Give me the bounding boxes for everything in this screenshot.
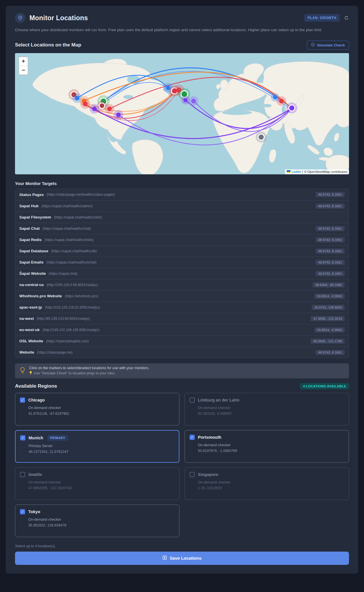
target-coords-badge: 48.9742, 8.1851	[316, 226, 345, 231]
target-row: Sapat Hub (https://sapat.chat/healthz/ad…	[15, 200, 349, 212]
location-marker[interactable]	[100, 103, 104, 108]
region-card[interactable]: Munich PRIMARY Primary Server 48.1371541…	[15, 430, 179, 463]
target-name: WhoHosts.pro Website	[19, 294, 62, 298]
target-row: Sapat Redis (https://sapat.chat/healthz/…	[15, 234, 349, 245]
monitor-locations-page: Monitor Locations PLAN: GROWTH Choose wh…	[0, 0, 364, 592]
region-subtitle: On-demand checker	[28, 480, 175, 484]
target-name: Šapat Website	[19, 271, 46, 276]
primary-badge: PRIMARY	[48, 435, 68, 441]
region-card-top: Seattle	[20, 472, 175, 477]
region-card[interactable]: Portsmouth On-demand checker 50.8197675,…	[185, 430, 349, 463]
region-card-top: Tokyo	[20, 509, 175, 514]
bulb-emoji-icon	[29, 371, 32, 376]
location-marker[interactable]	[107, 107, 112, 111]
target-name: eu-west-uk	[19, 328, 40, 332]
target-name: Sapat Redis	[19, 238, 42, 242]
region-card[interactable]: Chicago On-demand checker 41.8781136, -8…	[15, 393, 179, 425]
target-name: Website	[19, 350, 34, 354]
region-coords: 35.652832, 139.839478	[28, 523, 175, 527]
region-coords: 41.8781136, -87.6297982	[28, 412, 175, 416]
ping-map-svg	[15, 53, 349, 174]
land-shapes	[32, 59, 349, 174]
location-marker[interactable]	[191, 99, 196, 103]
tip-lines: Click on the markers to select/deselect …	[29, 366, 149, 376]
play-circle-icon	[311, 43, 315, 48]
target-coords-badge: 35.6761, 139.6503	[312, 305, 345, 310]
world-map[interactable]: + − Leaflet | © OpenStreetMap contributo…	[15, 53, 349, 174]
location-marker[interactable]	[289, 105, 294, 111]
header-right: PLAN: GROWTH	[304, 14, 349, 22]
target-url: (https://sapat.chat/healthz/email)	[46, 260, 96, 264]
target-url: (http://149.102.146.185:8081/readyz)	[43, 328, 100, 332]
location-marker[interactable]	[83, 102, 87, 106]
region-name: Chicago	[28, 398, 45, 402]
save-locations-label: Save Locations	[170, 556, 201, 561]
target-row: apac-east-jp (http://103.125.216.51:8081…	[15, 302, 349, 313]
plan-badge: PLAN: GROWTH	[304, 14, 340, 22]
target-url: (https://sapat.chat/healthz/redis)	[44, 238, 94, 242]
zoom-in-button[interactable]: +	[19, 57, 28, 66]
region-subtitle: Primary Server	[29, 444, 174, 448]
target-url: (https://openstartuplist.com)	[46, 339, 89, 343]
target-name: Sapat Emails	[19, 260, 44, 264]
region-checkbox[interactable]	[20, 509, 25, 514]
region-checkbox[interactable]	[189, 472, 195, 477]
region-card-top: Limburg an der Lahn	[189, 397, 344, 403]
leaflet-link[interactable]: Leaflet	[292, 170, 301, 173]
tip-box: Click on the markers to select/deselect …	[15, 363, 349, 378]
map-zoom-control: + −	[18, 57, 28, 75]
target-row: na-central-us (http://209.126.0.56:8081/…	[15, 279, 349, 290]
target-name: Sapat Filesystem	[19, 215, 51, 219]
target-name: na-central-us	[19, 283, 44, 287]
target-row: eu-west-uk (http://149.102.146.185:8081/…	[15, 324, 349, 335]
region-checkbox[interactable]	[189, 397, 195, 403]
region-coords: 50.8197675, -1.0880769	[198, 449, 344, 453]
simulate-check-label: Simulate Check	[317, 43, 345, 47]
region-card[interactable]: Singapore On-demand checker 1.29, 103.85…	[185, 467, 349, 500]
region-card-top: Munich PRIMARY	[20, 435, 174, 441]
region-checkbox[interactable]	[189, 435, 195, 440]
location-marker[interactable]	[92, 107, 97, 111]
target-coords-badge: 48.9742, 8.1851	[316, 237, 345, 242]
tip-line2: Use "Simulate Check" to visualize pings …	[34, 371, 115, 375]
region-name: Tokyo	[28, 509, 40, 514]
target-row: Website (https://statuspage.me) 48.9742,…	[15, 347, 349, 358]
target-name: na-west	[19, 316, 34, 321]
location-marker[interactable]	[279, 99, 284, 103]
target-coords-badge: 38.6364, -90.1985	[313, 282, 345, 287]
target-row: Status Pages (https://statuspage.me/heal…	[15, 189, 349, 200]
target-row: Sapat Chat (https://sapat.chat/healthz/c…	[15, 223, 349, 234]
region-cards-grid: Chicago On-demand checker 41.8781136, -8…	[15, 393, 349, 537]
region-coords: 50.383333, 8.066667	[198, 412, 344, 416]
region-name: Singapore	[198, 472, 218, 477]
location-marker[interactable]	[75, 96, 79, 100]
refresh-icon[interactable]	[344, 15, 349, 20]
target-name: Sapat Hub	[19, 204, 39, 208]
location-marker[interactable]	[258, 135, 264, 140]
osm-attribution: © OpenStreetMap contributors	[304, 170, 347, 173]
region-subtitle: On-demand checker	[198, 480, 344, 484]
region-name: Limburg an der Lahn	[198, 398, 239, 402]
region-checkbox[interactable]	[20, 397, 25, 403]
target-url: (http://209.126.0.56:8081/readyz)	[47, 283, 98, 287]
save-locations-button[interactable]: Save Locations	[15, 552, 349, 565]
page-description: Choose where your distributed monitors w…	[15, 27, 349, 33]
locations-available-badge: 4 LOCATIONS AVAILABLE	[300, 383, 349, 389]
target-url: (http://85.239.233.60:8081/readyz)	[37, 317, 90, 321]
region-coords: 47.6062095, -122.3320708	[28, 486, 175, 490]
region-checkbox[interactable]	[20, 435, 25, 440]
map-section-heading: Select Locations on the Map	[15, 42, 81, 48]
region-card[interactable]: Seattle On-demand checker 47.6062095, -1…	[15, 467, 179, 500]
region-card[interactable]: Tokyo On-demand checker 35.652832, 139.8…	[15, 505, 179, 537]
region-subtitle: On-demand checker	[28, 406, 175, 410]
simulate-check-button[interactable]: Simulate Check	[307, 41, 349, 50]
location-marker[interactable]	[183, 98, 187, 102]
location-marker[interactable]	[273, 95, 277, 99]
target-coords-badge: 48.9742, 8.1851	[316, 249, 345, 254]
location-marker[interactable]	[116, 113, 121, 117]
target-row: Šapat Website (https://sapat.chat) 48.97…	[15, 268, 349, 279]
region-card[interactable]: Limburg an der Lahn On-demand checker 50…	[185, 393, 349, 425]
selection-limit-note: Select up to 4 location(s).	[15, 544, 349, 548]
zoom-out-button[interactable]: −	[19, 66, 28, 74]
region-checkbox[interactable]	[20, 472, 25, 477]
